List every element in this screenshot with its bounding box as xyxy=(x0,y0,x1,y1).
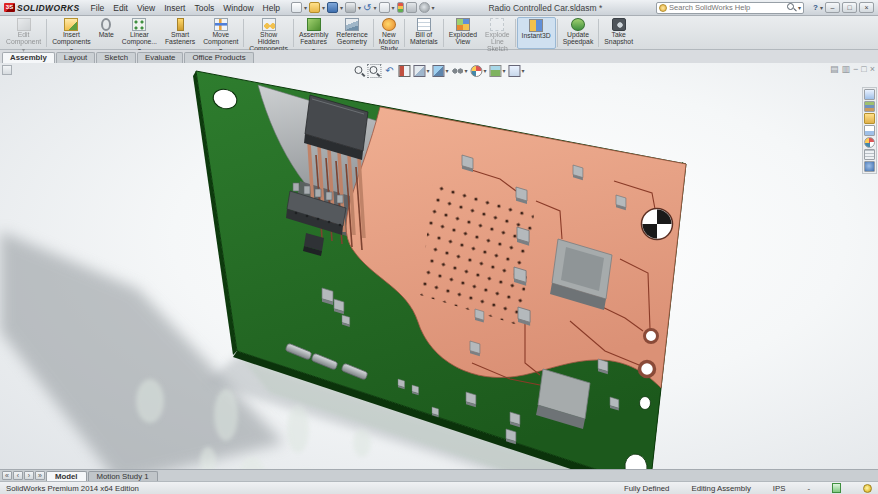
tab-scroll-next[interactable]: › xyxy=(24,471,34,480)
tab-model[interactable]: Model xyxy=(46,471,87,482)
close-button[interactable]: × xyxy=(859,2,874,13)
print-icon[interactable] xyxy=(345,2,356,13)
tab-sketch[interactable]: Sketch xyxy=(96,52,136,63)
menu-tools[interactable]: Tools xyxy=(194,3,214,13)
ribbon-button-exploded-view[interactable]: Exploded View xyxy=(445,17,481,49)
tab-scroll-first[interactable]: « xyxy=(2,471,12,480)
print-dropdown[interactable]: ▾ xyxy=(358,5,361,11)
view-palette-icon[interactable] xyxy=(864,125,875,136)
select-dropdown[interactable]: ▾ xyxy=(392,5,395,11)
tab-evaluate[interactable]: Evaluate xyxy=(137,52,183,63)
save-dropdown[interactable]: ▾ xyxy=(340,5,343,11)
ribbon-button-insert-components[interactable]: Insert Components▾ xyxy=(48,17,95,49)
minimize-button[interactable]: – xyxy=(825,2,840,13)
ribbon-button-edit-component: Edit Component▾ xyxy=(2,17,45,49)
tab-motion-study-1[interactable]: Motion Study 1 xyxy=(88,471,158,482)
doc-minimize-icon[interactable]: − xyxy=(853,64,858,75)
product-edition-label: SolidWorks Premium 2014 x64 Edition xyxy=(6,484,602,493)
ribbon-separator xyxy=(373,19,374,47)
insert-components-icon xyxy=(64,18,78,31)
design-library-icon[interactable] xyxy=(864,101,875,112)
new-motion-study-icon xyxy=(382,18,396,31)
help-spark-icon xyxy=(659,4,667,12)
hide-show-items-icon[interactable] xyxy=(451,65,463,77)
tab-layout[interactable]: Layout xyxy=(56,52,95,63)
heads-up-view-toolbar: ↶ ▾ ▾ ▾ ▾ ▾ ▾ xyxy=(350,64,527,78)
view-settings-icon[interactable] xyxy=(509,65,521,77)
quick-tips-icon[interactable] xyxy=(863,484,872,493)
zoom-to-fit-icon[interactable] xyxy=(353,65,365,77)
solidworks-logo: 3S SOLIDWORKS xyxy=(4,3,80,13)
menu-window[interactable]: Window xyxy=(223,3,253,13)
open-dropdown[interactable]: ▾ xyxy=(322,5,325,11)
solidworks-resources-icon[interactable] xyxy=(864,89,875,100)
ribbon-separator xyxy=(443,19,444,47)
undo-dropdown[interactable]: ▾ xyxy=(373,5,376,11)
maximize-button[interactable]: □ xyxy=(842,2,857,13)
ribbon-button-explode-line-sketch: Explode Line Sketch xyxy=(481,17,514,49)
tab-scroll-last[interactable]: » xyxy=(35,471,45,480)
move-component-icon xyxy=(214,18,228,31)
ribbon-button-take-snapshot[interactable]: Take Snapshot xyxy=(600,17,637,49)
graphics-area[interactable]: ↶ ▾ ▾ ▾ ▾ ▾ ▾ ▤ ▥ − □ × xyxy=(0,63,878,469)
ribbon-button-show-hidden-components[interactable]: Show Hidden Components xyxy=(245,17,292,49)
ribbon-separator xyxy=(293,19,294,47)
ribbon-button-move-component[interactable]: Move Component▾ xyxy=(199,17,242,49)
ribbon-button-mate[interactable]: Mate xyxy=(95,17,118,49)
new-document-icon[interactable] xyxy=(291,2,302,13)
ribbon-button-update-speedpak[interactable]: Update Speedpak xyxy=(559,17,598,49)
menu-file[interactable]: File xyxy=(91,3,105,13)
ribbon-button-reference-geometry[interactable]: Reference Geometry▾ xyxy=(332,17,371,49)
menu-edit[interactable]: Edit xyxy=(113,3,128,13)
ribbon-button-linear-component-pattern[interactable]: Linear Compone...▾ xyxy=(118,17,161,49)
previous-view-icon[interactable]: ↶ xyxy=(383,65,395,77)
search-icon[interactable] xyxy=(787,3,796,12)
pane-right-icon[interactable]: ▥ xyxy=(842,64,851,75)
file-properties-icon[interactable] xyxy=(406,2,417,13)
ribbon-button-new-motion-study[interactable]: New Motion Study xyxy=(375,17,403,49)
undo-icon[interactable]: ↺ xyxy=(363,2,371,13)
doc-restore-icon[interactable]: □ xyxy=(861,64,866,75)
ribbon-button-smart-fasteners[interactable]: Smart Fasteners xyxy=(161,17,199,49)
doc-close-icon[interactable]: × xyxy=(870,64,875,75)
instant3d-icon xyxy=(529,19,543,32)
ribbon-button-instant3d[interactable]: Instant3D xyxy=(517,17,556,49)
section-view-icon[interactable] xyxy=(398,65,410,77)
custom-properties-icon[interactable] xyxy=(864,149,875,160)
zoom-to-area-icon[interactable] xyxy=(368,65,380,77)
pane-left-icon[interactable]: ▤ xyxy=(830,64,839,75)
ribbon-button-bill-of-materials[interactable]: Bill of Materials xyxy=(406,17,442,49)
status-extra-label: - xyxy=(807,484,810,493)
forum-icon[interactable] xyxy=(864,161,875,172)
apply-scene-icon[interactable] xyxy=(490,65,502,77)
view-orientation-icon[interactable] xyxy=(413,65,425,77)
help-dropdown[interactable]: ▾ xyxy=(820,5,823,11)
options-gear-icon[interactable] xyxy=(419,2,430,13)
search-box[interactable]: ▾ xyxy=(656,2,804,14)
file-explorer-icon[interactable] xyxy=(864,113,875,124)
menu-help[interactable]: Help xyxy=(263,3,280,13)
appearances-scenes-icon[interactable] xyxy=(864,137,875,148)
open-icon[interactable] xyxy=(309,2,320,13)
status-bar: SolidWorks Premium 2014 x64 Edition Full… xyxy=(0,481,878,494)
feature-manager-collapsed-tab[interactable] xyxy=(2,65,12,75)
options-dropdown[interactable]: ▾ xyxy=(432,5,435,11)
rebuild-icon[interactable] xyxy=(397,2,404,13)
tab-assembly[interactable]: Assembly xyxy=(2,52,55,63)
units-label[interactable]: IPS xyxy=(773,484,786,493)
edit-appearance-icon[interactable] xyxy=(471,65,483,77)
ribbon-button-assembly-features[interactable]: Assembly Features▾ xyxy=(295,17,332,49)
search-input[interactable] xyxy=(669,3,785,12)
save-icon[interactable] xyxy=(327,2,338,13)
help-icon[interactable]: ? xyxy=(813,3,818,12)
menu-insert[interactable]: Insert xyxy=(164,3,185,13)
tag-indicator-icon[interactable] xyxy=(832,483,841,493)
new-dropdown[interactable]: ▾ xyxy=(304,5,307,11)
menu-view[interactable]: View xyxy=(137,3,155,13)
search-dropdown[interactable]: ▾ xyxy=(798,5,801,11)
display-style-icon[interactable] xyxy=(432,65,444,77)
tab-scroll-prev[interactable]: ‹ xyxy=(13,471,23,480)
selection-filter-icon[interactable] xyxy=(379,2,390,13)
ribbon-separator xyxy=(515,19,516,47)
tab-office-products[interactable]: Office Products xyxy=(184,52,253,63)
